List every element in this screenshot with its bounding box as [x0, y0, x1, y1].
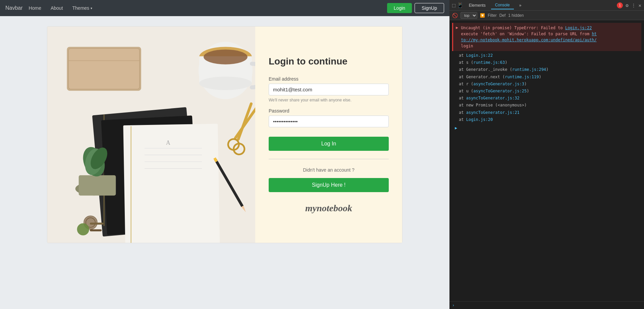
console-input[interactable] — [457, 303, 641, 308]
svg-text:A: A — [166, 139, 170, 146]
form-divider — [269, 159, 389, 159]
page-content: A — [0, 16, 449, 309]
settings-icon[interactable]: ⚙ — [626, 3, 628, 8]
login-form-area: Login to continue Email address We'll ne… — [255, 27, 402, 243]
devtools-toolbar: ⬚ 📱 Elements Console » 1 ⚙ ⋮ ✕ — [449, 0, 644, 11]
login-image: A — [47, 27, 255, 243]
devtools-secondary-bar: 🚫 top 🔽 Filter Def 1 hidden — [449, 11, 644, 20]
more-icon[interactable]: ⋮ — [631, 3, 636, 8]
devtools-icon-device[interactable]: 📱 — [457, 2, 464, 8]
frame-link-9[interactable]: Login.js:20 — [466, 117, 493, 122]
login-title: Login to continue — [269, 56, 389, 67]
nav-link-home[interactable]: Home — [25, 4, 45, 12]
frame-link-2[interactable]: runtime.js:294 — [512, 67, 546, 72]
chevron-down-icon: ▾ — [91, 6, 92, 10]
filter-icon[interactable]: 🔽 — [480, 13, 485, 18]
no-entry-icon[interactable]: 🚫 — [452, 13, 458, 18]
error-link-url[interactable]: tp://my-notebook-mohit.herokuapp.com:und… — [461, 38, 597, 42]
def-label[interactable]: Def — [499, 13, 506, 18]
email-group: Email address We'll never share your ema… — [269, 76, 389, 103]
frame-link-3[interactable]: runtime.js:119 — [505, 75, 539, 79]
devtools-panel: ⬚ 📱 Elements Console » 1 ⚙ ⋮ ✕ 🚫 top 🔽 F… — [449, 0, 644, 309]
svg-rect-13 — [123, 124, 220, 243]
expand-arrow[interactable]: ▶ — [456, 25, 458, 30]
tab-console[interactable]: Console — [491, 1, 514, 9]
email-label: Email address — [269, 76, 389, 82]
frame-link-6[interactable]: asyncToGenerator.js:32 — [466, 96, 520, 100]
nav-dropdown-themes[interactable]: Themes ▾ — [69, 4, 96, 12]
password-group: Password — [269, 108, 389, 129]
email-input[interactable] — [269, 84, 389, 95]
continuation-arrow: ▶ — [455, 126, 457, 130]
console-error-text: Uncaught (in promise) TypeError: Failed … — [461, 25, 597, 49]
svg-rect-21 — [79, 175, 116, 195]
stack-frame-9: at Login.js:20 — [452, 117, 641, 123]
svg-point-29 — [77, 223, 89, 235]
frame-link-4[interactable]: asyncToGenerator.js:3 — [473, 82, 524, 86]
tab-more[interactable]: » — [515, 2, 526, 9]
frame-link-0[interactable]: Login.js:22 — [466, 53, 493, 58]
password-label: Password — [269, 108, 389, 114]
signup-here-button[interactable]: SignUp Here ! — [269, 178, 389, 192]
email-hint: We'll never share your email with anyone… — [269, 98, 352, 102]
stack-frame-2: at Generator._invoke (runtime.js:294) — [452, 67, 641, 73]
frame-link-1[interactable]: runtime.js:63 — [473, 60, 505, 65]
error-link-ht[interactable]: ht — [592, 32, 596, 36]
svg-rect-27 — [90, 223, 103, 225]
stack-frame-4: at r (asyncToGenerator.js:3) — [452, 81, 641, 87]
navbar-brand: Navbar — [5, 5, 23, 11]
stack-frame-3: at Generator.next (runtime.js:119) — [452, 74, 641, 80]
stack-frame-6: at asyncToGenerator.js:32 — [452, 95, 641, 101]
password-input[interactable] — [269, 116, 389, 127]
context-select[interactable]: top — [461, 12, 477, 19]
login-button[interactable]: Login — [387, 3, 412, 13]
frame-link-5[interactable]: asyncToGenerator.js:25 — [473, 89, 527, 93]
console-continuation: ▶ — [452, 126, 641, 130]
login-card: A — [47, 26, 402, 243]
svg-point-8 — [199, 77, 252, 90]
error-link-login22[interactable]: Login.js:22 — [565, 26, 592, 30]
navbar: Navbar Home About Themes ▾ Login SignUp — [0, 0, 449, 16]
svg-rect-28 — [90, 229, 102, 231]
devtools-error-badge: 1 — [617, 2, 623, 8]
svg-point-9 — [204, 49, 248, 64]
close-icon[interactable]: ✕ — [639, 3, 641, 8]
stack-frame-8: at asyncToGenerator.js:21 — [452, 109, 641, 116]
stack-frame-0: at Login.js:22 — [452, 52, 641, 59]
browser-area: Navbar Home About Themes ▾ Login SignUp — [0, 0, 449, 309]
stack-frame-7: at new Promise (<anonymous>) — [452, 102, 641, 108]
navbar-right: Login SignUp — [387, 3, 444, 13]
devtools-right-icons: 1 ⚙ ⋮ ✕ — [617, 2, 641, 8]
devtools-icon-inspect[interactable]: ⬚ — [452, 2, 455, 8]
console-prompt: › — [449, 301, 644, 309]
signup-button[interactable]: SignUp — [415, 3, 444, 13]
prompt-chevron: › — [452, 303, 454, 308]
brand-logo: mynotebook — [269, 203, 389, 214]
hidden-label: 1 hidden — [508, 13, 524, 18]
console-error-entry: ▶ Uncaught (in promise) TypeError: Faile… — [452, 23, 641, 51]
tab-elements[interactable]: Elements — [465, 2, 490, 9]
stack-frame-5: at u (asyncToGenerator.js:25) — [452, 88, 641, 94]
nav-link-about[interactable]: About — [47, 4, 66, 12]
stack-frame-1: at s (runtime.js:63) — [452, 59, 641, 66]
devtools-console: ▶ Uncaught (in promise) TypeError: Faile… — [449, 20, 644, 301]
signup-text: Didn't have an account ? — [269, 167, 389, 173]
svg-rect-3 — [68, 48, 139, 89]
filter-label[interactable]: Filter — [488, 13, 497, 18]
svg-rect-4 — [68, 60, 139, 61]
log-in-button[interactable]: Log In — [269, 137, 389, 151]
frame-link-8[interactable]: asyncToGenerator.js:21 — [466, 110, 520, 115]
